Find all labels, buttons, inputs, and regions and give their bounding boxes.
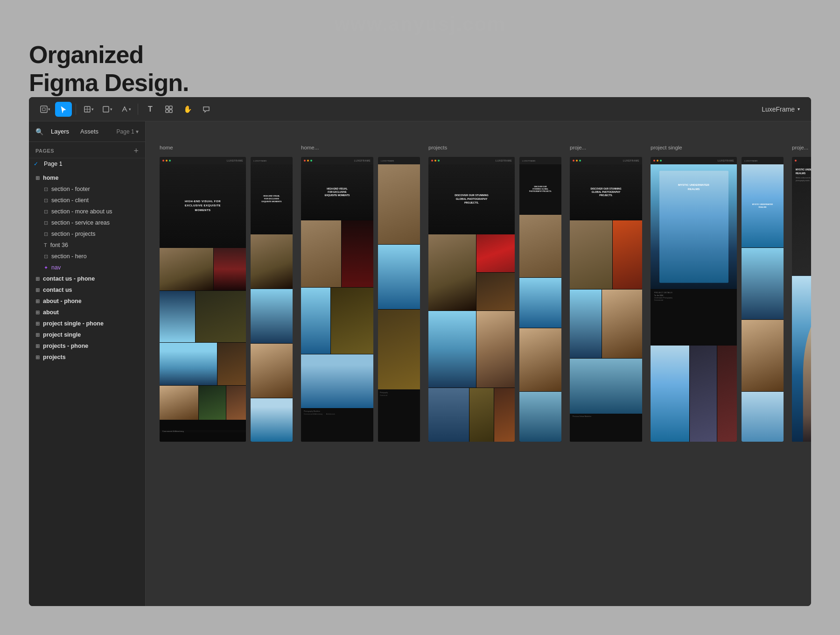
watermark: www.anyusj.com xyxy=(334,13,505,35)
font-36-layer[interactable]: T font 36 xyxy=(29,240,145,251)
project-single-layer-item[interactable]: ⊞ project single xyxy=(29,329,145,340)
ps-hero-text: MYSTIC UNDERWATERREALMS xyxy=(678,183,709,191)
about-phone-label: about - phone xyxy=(43,298,82,304)
nav-dot-yellow-3 xyxy=(434,160,436,162)
project-single-desktop-frame[interactable]: LUXEFRAME MYSTIC UNDERWATERREALMS xyxy=(651,157,737,442)
section-more-about-layer[interactable]: ⊡ section - more about us xyxy=(29,206,145,217)
projects-mobile-text: DISCOVER OURSTUNNING GLOBALPHOTOGRAPHY P… xyxy=(529,186,552,193)
svg-rect-0 xyxy=(41,106,47,113)
nav-dot-yellow-4 xyxy=(576,160,578,162)
hero-line1: Organized xyxy=(29,41,189,69)
home-frame-group: home LUXEFRAME xyxy=(160,145,293,442)
projects-frame-container: LUXEFRAME DISCOVER OUR STUNNINGGLOBAL PH… xyxy=(428,157,561,442)
search-icon: 🔍 xyxy=(35,128,43,135)
pen-tool[interactable]: ▾ xyxy=(117,102,134,117)
comment-tool[interactable] xyxy=(198,102,215,117)
frame-nav-home: LUXEFRAME xyxy=(160,157,246,164)
nav-layer-item[interactable]: ✦ nav xyxy=(29,262,145,273)
proje-frame-group: proje... LUXEFRAME xyxy=(570,145,642,442)
nav-dot-red-3 xyxy=(431,160,433,162)
page-name: Page 1 xyxy=(117,128,134,135)
nav-dot-green-3 xyxy=(438,160,440,162)
section-client-layer[interactable]: ⊡ section - client xyxy=(29,195,145,206)
proje-frame-label: proje... xyxy=(570,145,586,152)
canvas-area[interactable]: home LUXEFRAME xyxy=(146,121,811,606)
page-item-label: Page 1 xyxy=(44,161,63,167)
section-projects-layer[interactable]: ⊡ section - projects xyxy=(29,228,145,240)
add-page-button[interactable]: + xyxy=(133,147,139,155)
projects-label: projects xyxy=(43,354,66,360)
projects-mobile-frame[interactable]: LUXEFRAME DISCOVER OURSTUNNING GLOBALPHO… xyxy=(519,157,561,442)
projects-mobile-inner: LUXEFRAME DISCOVER OURSTUNNING GLOBALPHO… xyxy=(519,157,561,442)
section-projects-label: section - projects xyxy=(51,231,95,237)
toolbar-sep-2 xyxy=(138,104,138,115)
nav-dot-green-2 xyxy=(310,160,312,162)
about-frame-group: proje... MYSTIC UNDERW xyxy=(792,145,811,442)
section-service-areas-layer[interactable]: ⊡ section - service areas xyxy=(29,217,145,228)
about-layer-item[interactable]: ⊞ about xyxy=(29,307,145,318)
home-desktop-frame[interactable]: LUXEFRAME HIGH-END VISUAL FOREXCLUSIVE E… xyxy=(160,157,246,442)
select-tool[interactable] xyxy=(55,102,72,117)
page-selector[interactable]: Page 1 ▾ xyxy=(117,128,139,135)
group-icon-3: ⊡ xyxy=(44,209,48,215)
proje-text: DISCOVER OUR STUNNINGGLOBAL PHOTOGRAPHYP… xyxy=(590,187,621,197)
move-tool[interactable]: ▾ xyxy=(36,102,53,117)
frame-tool[interactable]: ▾ xyxy=(80,102,97,117)
project-single-phone-layer-item[interactable]: ⊞ project single - phone xyxy=(29,318,145,329)
svg-rect-4 xyxy=(103,106,109,112)
project-single-desktop-inner: LUXEFRAME MYSTIC UNDERWATERREALMS xyxy=(651,157,737,442)
components-tool[interactable] xyxy=(161,102,177,117)
hero-text: Organized Figma Design. xyxy=(29,41,189,97)
home-mobile-frame[interactable]: LUXEFRAME HIGH-END VISUALFOR EXCLUSIVEEX… xyxy=(251,157,293,442)
projects-layer-item[interactable]: ⊞ projects xyxy=(29,352,145,363)
nav-logo-mobile: LUXEFRAME xyxy=(253,160,267,162)
page-item-1[interactable]: ✓ Page 1 xyxy=(29,158,145,169)
section-more-about-label: section - more about us xyxy=(51,208,112,215)
ps-mobile-text: MYSTIC UNDERWATERREALMS xyxy=(752,203,773,209)
section-hero-layer[interactable]: ⊡ section - hero xyxy=(29,251,145,262)
nav-dot-red-2 xyxy=(304,160,306,162)
projects-desktop-inner: LUXEFRAME DISCOVER OUR STUNNINGGLOBAL PH… xyxy=(428,157,515,442)
section-service-areas-label: section - service areas xyxy=(51,219,110,226)
home2-desktop-inner: LUXEFRAME HIGH-END VISUALFOR EXCLUSIVEEX… xyxy=(301,157,373,442)
about-frame-label: proje... xyxy=(792,145,808,152)
shape-tool[interactable]: ▾ xyxy=(98,102,115,117)
nav-dot-green-5 xyxy=(660,160,662,162)
about-phone-layer-item[interactable]: ⊞ about - phone xyxy=(29,296,145,307)
layers-list: ⊞ home ⊡ section - footer ⊡ section - cl… xyxy=(29,169,145,606)
contact-us-layer-item[interactable]: ⊞ contact us xyxy=(29,284,145,296)
proje-desktop-frame[interactable]: LUXEFRAME DISCOVER OUR STUNNINGGLOBAL PH… xyxy=(570,157,642,442)
project-single-mobile-frame[interactable]: LUXEFRAME MYSTIC UNDERWATERREALMS xyxy=(742,157,784,442)
section-footer-layer[interactable]: ⊡ section - footer xyxy=(29,183,145,195)
toolbar: ▾ ▾ ▾ xyxy=(29,97,811,121)
pages-section: Pages + xyxy=(29,142,145,158)
hero-line2: Figma Design. xyxy=(29,69,189,97)
project-title[interactable]: LuxeFrame ▾ xyxy=(758,104,804,115)
home2-text: HIGH-END VISUALFOR EXCLUSIVEEXQUISITE MO… xyxy=(325,187,350,197)
projects-phone-layer-item[interactable]: ⊞ projects - phone xyxy=(29,340,145,352)
nav-logo-2: LUXEFRAME xyxy=(354,159,371,162)
project-single-frame-label: project single xyxy=(651,145,682,152)
frame-nav-projects-mobile: LUXEFRAME xyxy=(519,157,561,164)
frame-nav-home2: LUXEFRAME xyxy=(301,157,373,164)
home2-desktop-frame[interactable]: LUXEFRAME HIGH-END VISUALFOR EXCLUSIVEEX… xyxy=(301,157,373,442)
project-single-frame-container: LUXEFRAME MYSTIC UNDERWATERREALMS xyxy=(651,157,784,442)
nav-dot-about xyxy=(795,160,797,162)
contact-us-phone-layer-item[interactable]: ⊞ contact us - phone xyxy=(29,273,145,284)
about-label: about xyxy=(43,309,59,316)
layers-tab[interactable]: Layers xyxy=(47,126,73,137)
frame-nav-proje: LUXEFRAME xyxy=(570,157,642,164)
text-tool[interactable]: T xyxy=(142,102,159,117)
pages-label: Pages xyxy=(35,148,54,154)
assets-tab[interactable]: Assets xyxy=(77,126,102,137)
home2-mobile-frame[interactable]: LUXEFRAME Photography Commercial xyxy=(378,157,420,442)
contact-us-phone-label: contact us - phone xyxy=(43,275,95,282)
home-layer[interactable]: ⊞ home xyxy=(29,172,145,183)
about-desktop-frame[interactable]: MYSTIC UNDERWATERREALMS Whilst undiscove… xyxy=(792,157,811,442)
nav-logo-4: LUXEFRAME xyxy=(496,159,512,162)
text-icon: T xyxy=(44,242,47,248)
frame-icon-5: ⊞ xyxy=(35,310,40,316)
projects-desktop-frame[interactable]: LUXEFRAME DISCOVER OUR STUNNINGGLOBAL PH… xyxy=(428,157,515,442)
hand-tool[interactable]: ✋ xyxy=(179,102,196,117)
sidebar-header: 🔍 Layers Assets Page 1 ▾ xyxy=(29,121,145,142)
